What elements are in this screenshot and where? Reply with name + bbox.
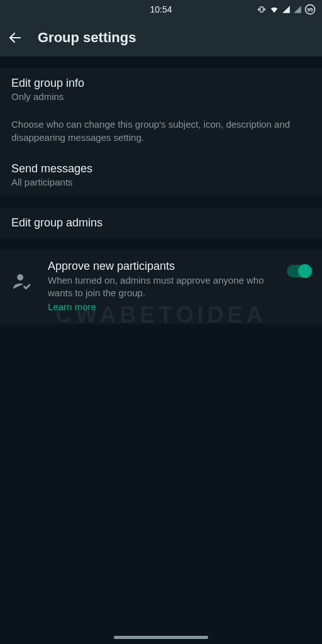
battery-pct: 95 bbox=[304, 4, 316, 15]
setting-title: Edit group info bbox=[11, 77, 311, 90]
battery-icon: 95 bbox=[304, 4, 316, 15]
app-bar: Group settings bbox=[0, 19, 322, 57]
setting-description: When turned on, admins must approve anyo… bbox=[48, 274, 273, 300]
setting-send-messages[interactable]: Send messages All participants bbox=[0, 153, 322, 196]
setting-value: All participants bbox=[11, 177, 311, 187]
setting-edit-group-info[interactable]: Edit group info Only admins bbox=[0, 68, 322, 111]
setting-description: Choose who can change this group's subje… bbox=[0, 111, 322, 153]
page-title: Group settings bbox=[38, 30, 136, 46]
setting-title: Send messages bbox=[11, 162, 311, 175]
setting-title: Approve new participants bbox=[48, 260, 273, 273]
wifi-icon bbox=[269, 5, 279, 14]
person-check-icon bbox=[11, 271, 39, 295]
vibrate-icon bbox=[257, 5, 267, 14]
toggle-thumb bbox=[298, 264, 312, 278]
svg-point-3 bbox=[17, 274, 23, 280]
gap bbox=[0, 238, 322, 250]
home-indicator bbox=[114, 636, 208, 639]
learn-more-link[interactable]: Learn more bbox=[48, 301, 96, 312]
setting-value: Only admins bbox=[11, 91, 311, 102]
back-button[interactable] bbox=[8, 30, 23, 45]
status-time: 10:54 bbox=[150, 4, 172, 14]
gap bbox=[0, 196, 322, 208]
setting-edit-group-admins[interactable]: Edit group admins bbox=[0, 208, 322, 238]
arrow-left-icon bbox=[8, 30, 23, 45]
signal-icon-2 bbox=[293, 5, 302, 14]
setting-approve-participants[interactable]: Approve new participants When turned on,… bbox=[0, 250, 322, 324]
svg-rect-0 bbox=[260, 7, 264, 12]
signal-icon bbox=[282, 5, 291, 14]
setting-title: Edit group admins bbox=[11, 216, 311, 230]
toggle-approve[interactable] bbox=[287, 265, 311, 277]
status-icons: 95 bbox=[257, 0, 316, 19]
gap bbox=[0, 57, 322, 68]
status-bar: 10:54 95 bbox=[0, 0, 322, 19]
